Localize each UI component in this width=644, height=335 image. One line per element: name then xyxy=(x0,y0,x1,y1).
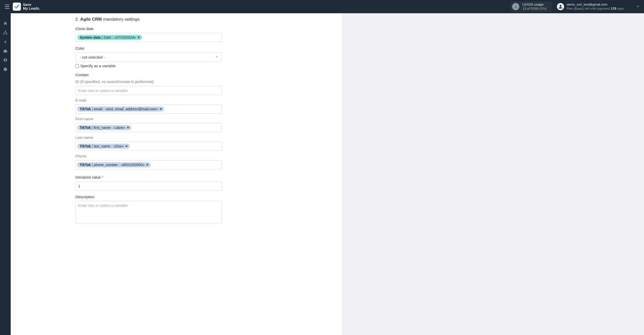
usage-label: LEADS usage: xyxy=(522,3,547,7)
svg-text:?: ? xyxy=(5,68,6,71)
form-card: 2. Agile CRM mandatory settings Close da… xyxy=(11,13,342,335)
token-field: first_name xyxy=(94,126,110,130)
token-source: TikTok xyxy=(80,107,91,111)
sitemap-icon xyxy=(3,30,8,35)
token-value: «Doe» xyxy=(113,144,124,148)
svg-rect-2 xyxy=(4,34,5,35)
last-name-token[interactable]: TikTok | last_name: «Doe» ✕ xyxy=(77,144,130,149)
first-name-label: First name xyxy=(75,117,233,121)
sidebar-account[interactable] xyxy=(3,58,8,63)
left-sidebar: $ ? xyxy=(0,13,11,335)
usage-pct: (0%) xyxy=(540,7,547,10)
section-rest: mandatory settings xyxy=(102,17,139,22)
last-name-input[interactable]: TikTok | last_name: «Doe» ✕ xyxy=(75,142,222,151)
description-input[interactable]: Enter text or select a variable xyxy=(75,201,222,224)
chevron-down-icon xyxy=(636,4,640,8)
sidebar-help[interactable]: ? xyxy=(3,67,8,72)
color-select-value: - not selected - xyxy=(80,55,105,59)
user-icon xyxy=(558,4,563,9)
plan-prefix: Plan | xyxy=(567,7,575,10)
contact-heading: Contact xyxy=(75,73,233,77)
account-box[interactable]: demo_sml_test@gmail.com Plan |Basic| lef… xyxy=(557,3,624,11)
token-value: «Jane» xyxy=(114,126,125,130)
home-icon xyxy=(3,21,8,26)
brand-line2: My Leads. xyxy=(23,7,40,10)
token-remove-button[interactable]: ✕ xyxy=(146,163,149,167)
phone-input[interactable]: TikTok | phone_number: «8001000000» ✕ xyxy=(75,160,222,169)
section-strong: Agile CRM xyxy=(80,17,102,22)
color-label: Color xyxy=(75,46,233,50)
usage-text: LEADS usage: 13 of 5'000 (0%) xyxy=(522,3,547,11)
token-remove-button[interactable]: ✕ xyxy=(137,36,140,39)
id-placeholder: Enter text or select a variable xyxy=(77,88,128,93)
account-chevron-button[interactable] xyxy=(624,4,640,9)
token-value: «8001000000» xyxy=(121,163,145,167)
main-area: 2. Agile CRM mandatory settings Close da… xyxy=(11,13,639,335)
declared-value-value: 1 xyxy=(77,184,80,188)
id-input[interactable]: Enter text or select a variable xyxy=(75,86,222,95)
svg-point-0 xyxy=(559,5,561,7)
avatar-icon xyxy=(557,3,564,10)
svg-rect-3 xyxy=(6,34,7,35)
sidebar-connections[interactable] xyxy=(3,30,8,35)
account-text: demo_sml_test@gmail.com Plan |Basic| lef… xyxy=(567,3,624,11)
first-name-input[interactable]: TikTok | first_name: «Jane» ✕ xyxy=(75,123,222,132)
token-field: email xyxy=(94,107,102,111)
sidebar-billing[interactable]: $ xyxy=(3,39,8,44)
account-email: demo_sml_test@gmail.com xyxy=(567,3,624,7)
token-value: «07/15/2024» xyxy=(114,35,136,39)
token-field: last_name xyxy=(94,144,110,148)
svg-rect-5 xyxy=(4,50,7,52)
phone-token[interactable]: TikTok | phone_number: «8001000000» ✕ xyxy=(77,162,151,167)
token-remove-button[interactable]: ✕ xyxy=(127,126,129,129)
question-circle-icon: ? xyxy=(3,67,8,72)
description-placeholder: Enter text or select a variable xyxy=(77,203,128,208)
svg-text:$: $ xyxy=(4,40,6,44)
token-value: «test_email_address@mail.com» xyxy=(105,107,158,111)
phone-label: Phone xyxy=(75,154,233,158)
user-circle-icon xyxy=(3,58,8,62)
close-date-token[interactable]: System data | Date: «07/15/2024» ✕ xyxy=(77,35,142,40)
required-asterisk: * xyxy=(102,175,103,179)
sidebar-home[interactable] xyxy=(3,21,8,26)
app-logo[interactable] xyxy=(13,3,21,11)
declared-value-label: Declared value * xyxy=(75,175,233,179)
leads-usage-box[interactable]: i LEADS usage: 13 of 5'000 (0%) xyxy=(510,1,552,12)
specify-variable-checkbox-row[interactable]: Specify as a variable xyxy=(75,64,233,68)
usage-used: 13 xyxy=(522,7,526,10)
close-date-label: Close date xyxy=(75,26,233,31)
section-title: 2. Agile CRM mandatory settings xyxy=(75,17,233,22)
token-remove-button[interactable]: ✕ xyxy=(160,107,162,111)
plan-mid: | left until payment xyxy=(583,7,611,10)
briefcase-icon xyxy=(3,49,8,53)
email-label: E-mail xyxy=(75,98,233,102)
section-num: 2. xyxy=(75,17,80,22)
menu-hamburger-button[interactable] xyxy=(4,3,11,10)
token-remove-button[interactable]: ✕ xyxy=(125,144,128,148)
chevron-down-icon xyxy=(215,55,219,59)
color-select[interactable]: - not selected - xyxy=(75,52,222,62)
dollar-icon: $ xyxy=(3,39,8,44)
token-source: TikTok xyxy=(80,126,91,130)
plan-name: Basic xyxy=(575,7,583,10)
first-name-token[interactable]: TikTok | first_name: «Jane» ✕ xyxy=(77,125,131,130)
declared-value-label-text: Declared value xyxy=(75,175,101,179)
plan-days-num: 170 xyxy=(611,7,616,10)
email-token[interactable]: TikTok | email: «test_email_address@mail… xyxy=(77,106,164,112)
usage-of: of xyxy=(527,7,530,10)
declared-value-input[interactable]: 1 xyxy=(75,181,222,191)
close-date-input[interactable]: System data | Date: «07/15/2024» ✕ xyxy=(75,33,222,42)
checkbox-icon[interactable] xyxy=(75,64,79,68)
last-name-label: Last name xyxy=(75,135,233,140)
description-label: Description xyxy=(75,195,233,199)
svg-point-7 xyxy=(5,59,6,60)
info-icon: i xyxy=(512,3,519,10)
token-field: Date xyxy=(104,35,111,39)
plan-days-word: days xyxy=(616,7,624,10)
brand-line1: Save xyxy=(23,3,40,7)
specify-variable-label: Specify as a variable xyxy=(80,64,116,68)
sidebar-toolbox[interactable] xyxy=(3,48,8,53)
check-logo-icon xyxy=(14,4,20,9)
token-source: TikTok xyxy=(80,144,91,148)
email-input[interactable]: TikTok | email: «test_email_address@mail… xyxy=(75,104,222,114)
